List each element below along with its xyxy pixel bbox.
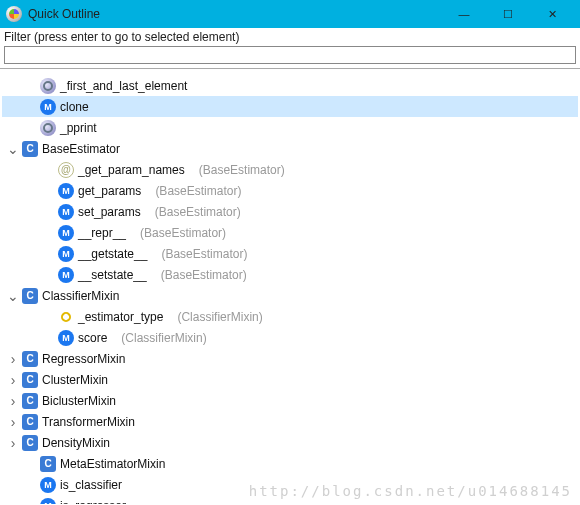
tree-class[interactable]: MetaEstimatorMixin — [2, 453, 578, 474]
tree-item-label: BiclusterMixin — [42, 394, 116, 408]
class-icon — [40, 456, 56, 472]
tree-property[interactable]: _estimator_type(ClassifierMixin) — [2, 306, 578, 327]
tree-method[interactable]: _first_and_last_element — [2, 75, 578, 96]
tree-item-label: BaseEstimator — [42, 142, 120, 156]
method-icon — [58, 183, 74, 199]
tree-item-label: ClusterMixin — [42, 373, 108, 387]
tree-item-hint: (BaseEstimator) — [161, 247, 247, 261]
tree-item-label: set_params — [78, 205, 141, 219]
tree-item-label: get_params — [78, 184, 141, 198]
tree-method[interactable]: score(ClassifierMixin) — [2, 327, 578, 348]
arrow-placeholder — [24, 478, 38, 492]
arrow-placeholder — [42, 331, 56, 345]
tree-item-label: _get_param_names — [78, 163, 185, 177]
chevron-right-icon[interactable] — [6, 373, 20, 387]
chevron-right-icon[interactable] — [6, 436, 20, 450]
filter-bar: Filter (press enter to go to selected el… — [0, 28, 580, 69]
arrow-placeholder — [42, 310, 56, 324]
class-icon — [22, 288, 38, 304]
tree-item-label: MetaEstimatorMixin — [60, 457, 165, 471]
arrow-placeholder — [24, 100, 38, 114]
close-button[interactable]: ✕ — [530, 0, 574, 28]
tree-class[interactable]: DensityMixin — [2, 432, 578, 453]
filter-input-wrap — [4, 46, 576, 64]
method-icon — [58, 225, 74, 241]
tree-method[interactable]: is_classifier — [2, 474, 578, 495]
tree-class[interactable]: RegressorMixin — [2, 348, 578, 369]
eclipse-icon — [6, 6, 22, 22]
arrow-placeholder — [42, 184, 56, 198]
filter-label: Filter (press enter to go to selected el… — [4, 30, 576, 44]
tree-item-label: _estimator_type — [78, 310, 163, 324]
tree-item-label: TransformerMixin — [42, 415, 135, 429]
tree-item-hint: (ClassifierMixin) — [177, 310, 262, 324]
method-icon — [58, 330, 74, 346]
class-icon — [22, 435, 38, 451]
tree-item-label: __setstate__ — [78, 268, 147, 282]
tree-class[interactable]: ClassifierMixin — [2, 285, 578, 306]
tree-method[interactable]: get_params(BaseEstimator) — [2, 180, 578, 201]
tree-class[interactable]: BaseEstimator — [2, 138, 578, 159]
arrow-placeholder — [24, 79, 38, 93]
func-icon — [40, 120, 56, 136]
method-icon — [58, 204, 74, 220]
arrow-placeholder — [42, 163, 56, 177]
tree-class[interactable]: TransformerMixin — [2, 411, 578, 432]
maximize-button[interactable]: ☐ — [486, 0, 530, 28]
tree-method[interactable]: __repr__(BaseEstimator) — [2, 222, 578, 243]
tree-item-label: DensityMixin — [42, 436, 110, 450]
arrow-placeholder — [42, 205, 56, 219]
class-icon — [22, 372, 38, 388]
arrow-placeholder — [42, 247, 56, 261]
tree-item-label: _pprint — [60, 121, 97, 135]
tree-item-label: score — [78, 331, 107, 345]
prop-icon — [59, 309, 73, 323]
func-icon — [40, 78, 56, 94]
tree-method[interactable]: _get_param_names(BaseEstimator) — [2, 159, 578, 180]
tree-item-hint: (BaseEstimator) — [199, 163, 285, 177]
chevron-right-icon[interactable] — [6, 352, 20, 366]
chevron-down-icon[interactable] — [6, 289, 20, 303]
chevron-right-icon[interactable] — [6, 415, 20, 429]
arrow-placeholder — [24, 457, 38, 471]
window-title: Quick Outline — [28, 7, 100, 21]
class-icon — [22, 414, 38, 430]
tree-item-hint: (ClassifierMixin) — [121, 331, 206, 345]
arrow-placeholder — [24, 499, 38, 505]
tree-item-hint: (BaseEstimator) — [155, 205, 241, 219]
tree-method[interactable]: __setstate__(BaseEstimator) — [2, 264, 578, 285]
chevron-right-icon[interactable] — [6, 394, 20, 408]
arrow-placeholder — [42, 268, 56, 282]
arrow-placeholder — [24, 121, 38, 135]
tree-class[interactable]: ClusterMixin — [2, 369, 578, 390]
tree-item-label: is_regressor — [60, 499, 126, 505]
titlebar: Quick Outline — ☐ ✕ — [0, 0, 580, 28]
tree-item-hint: (BaseEstimator) — [161, 268, 247, 282]
class-icon — [22, 141, 38, 157]
tree-method[interactable]: clone — [2, 96, 578, 117]
funcat-icon — [58, 162, 74, 178]
chevron-down-icon[interactable] — [6, 142, 20, 156]
tree-method[interactable]: __getstate__(BaseEstimator) — [2, 243, 578, 264]
tree-item-label: is_classifier — [60, 478, 122, 492]
tree-method[interactable]: set_params(BaseEstimator) — [2, 201, 578, 222]
method-icon — [58, 246, 74, 262]
tree-item-hint: (BaseEstimator) — [140, 226, 226, 240]
tree-item-hint: (BaseEstimator) — [155, 184, 241, 198]
tree-method[interactable]: _pprint — [2, 117, 578, 138]
tree-item-label: __getstate__ — [78, 247, 147, 261]
tree-method[interactable]: is_regressor — [2, 495, 578, 504]
tree-class[interactable]: BiclusterMixin — [2, 390, 578, 411]
tree-item-label: __repr__ — [78, 226, 126, 240]
tree-item-label: _first_and_last_element — [60, 79, 187, 93]
method-icon — [40, 99, 56, 115]
outline-tree[interactable]: _first_and_last_elementclone_pprintBaseE… — [0, 69, 580, 504]
minimize-button[interactable]: — — [442, 0, 486, 28]
arrow-placeholder — [42, 226, 56, 240]
class-icon — [22, 393, 38, 409]
method-icon — [58, 267, 74, 283]
method-icon — [40, 477, 56, 493]
tree-item-label: clone — [60, 100, 89, 114]
class-icon — [22, 351, 38, 367]
filter-input[interactable] — [5, 47, 575, 63]
